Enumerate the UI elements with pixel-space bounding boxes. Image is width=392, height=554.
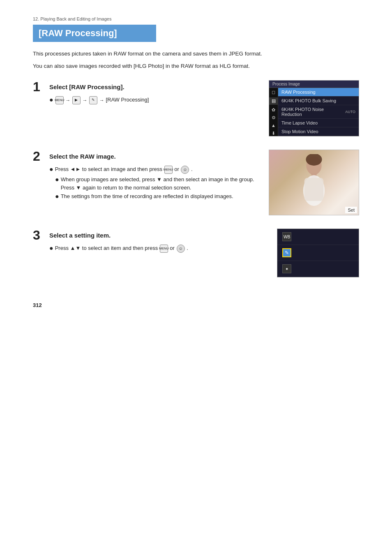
step-2-content: ● Press ◄► to select an image and then p… <box>49 165 256 201</box>
sidebar-icon-1: ◻ <box>272 90 275 95</box>
step-1-section: 1 Select [RAW Processing]. ● MENU → ▶ → … <box>33 80 359 136</box>
menu-item-raw: RAW Processing <box>278 88 359 97</box>
camera-menu-body: ◻ ▤ ✿ ⚙ ▲ ⬇ RAW Processing 6K/4K PHOTO B… <box>269 88 359 136</box>
step-2-photo: Set <box>269 150 359 215</box>
camera-menu-items: RAW Processing 6K/4K PHOTO Bulk Saving 6… <box>278 88 359 136</box>
step-1-bullet-1-text: MENU → ▶ → ✎ → [RAW Processing] <box>55 96 149 104</box>
step-2-header: 2 Select the RAW image. <box>33 150 256 163</box>
exp-icon: ✎ <box>282 248 291 257</box>
person-silhouette-svg <box>297 154 330 212</box>
step-1-camera-menu: Process Image ◻ ▤ ✿ ⚙ ▲ ⬇ RAW Processing… <box>269 80 359 136</box>
camera-menu-widget: Process Image ◻ ▤ ✿ ⚙ ▲ ⬇ RAW Processing… <box>269 80 359 136</box>
step-3-number: 3 <box>33 229 44 242</box>
wb-icon-label: WB <box>284 235 290 239</box>
sidebar-icon-6: ⬇ <box>272 131 275 136</box>
step-2-bullet-3-text: The settings from the time of recording … <box>61 192 233 201</box>
step-1-number: 1 <box>33 80 44 93</box>
photo-thumbnail: Set <box>269 150 359 215</box>
menu-item-stopmotion-label: Stop Motion Video <box>281 129 318 134</box>
step-3-header: 3 Select a setting item. <box>33 229 265 242</box>
page-title: [RAW Processing] <box>39 28 150 39</box>
wb-icon: WB <box>282 232 291 241</box>
intro-line2: You can also save images recorded with [… <box>33 62 359 71</box>
page-title-box: [RAW Processing] <box>33 25 156 42</box>
menu-item-timelapse: Time Lapse Video <box>278 119 359 127</box>
page-number: 312 <box>33 302 359 308</box>
svg-rect-4 <box>304 178 324 201</box>
play-bracket-icon: ▶ <box>72 96 81 104</box>
step-2-bullet-2: ● When group images are selected, press … <box>55 175 256 192</box>
arrow-1: → <box>65 97 70 104</box>
step-3-settings: WB ✎ ✦ <box>277 229 359 277</box>
settings-nr: ✦ <box>277 261 359 277</box>
arrow-3: → <box>99 97 104 104</box>
auto-badge: AUTO <box>345 110 355 114</box>
step-1-title: Select [RAW Processing]. <box>49 80 125 90</box>
step-2-section: 2 Select the RAW image. ● Press ◄► to se… <box>33 150 359 215</box>
menu-item-raw-label: RAW Processing <box>281 90 316 95</box>
menu-item-bulk-label: 6K/4K PHOTO Bulk Saving <box>281 98 336 103</box>
menu-item-bulk: 6K/4K PHOTO Bulk Saving <box>278 97 359 105</box>
sidebar-icon-2: ▤ <box>269 97 278 104</box>
menu-icon: MENU <box>55 96 64 104</box>
step-2-left: 2 Select the RAW image. ● Press ◄► to se… <box>33 150 256 201</box>
step-3-left: 3 Select a setting item. ● Press ▲▼ to s… <box>33 229 265 254</box>
sidebar-icon-3: ✿ <box>272 107 275 113</box>
touch-btn-icon-1: ☺ <box>181 166 189 174</box>
settings-wb: WB <box>277 229 359 245</box>
step-1-bullet-1: ● MENU → ▶ → ✎ → [RAW Processing] <box>49 96 256 104</box>
step-3-section: 3 Select a setting item. ● Press ▲▼ to s… <box>33 229 359 277</box>
step-1-left: 1 Select [RAW Processing]. ● MENU → ▶ → … <box>33 80 256 106</box>
nr-icon: ✦ <box>282 264 291 273</box>
menu-btn-icon-2: MENU <box>160 245 168 253</box>
menu-item-stopmotion: Stop Motion Video <box>278 127 359 136</box>
camera-menu-title: Process Image <box>269 81 359 88</box>
exp-icon-label: ✎ <box>285 250 289 256</box>
breadcrumb: 12. Playing Back and Editing of Images <box>33 16 359 21</box>
step-1-header: 1 Select [RAW Processing]. <box>33 80 256 93</box>
menu-btn-icon-1: MENU <box>164 166 173 174</box>
arrow-2: → <box>83 97 88 104</box>
sidebar-icon-5: ▲ <box>271 123 276 128</box>
step-2-title: Select the RAW image. <box>49 150 116 160</box>
menu-item-noise-label: 6K/4K PHOTO Noise Reduction <box>281 107 345 117</box>
step-2-bullet-1: ● Press ◄► to select an image and then p… <box>49 165 256 174</box>
step-3-title: Select a setting item. <box>49 229 111 239</box>
step-2-number: 2 <box>33 150 44 163</box>
menu-item-timelapse-label: Time Lapse Video <box>281 120 318 125</box>
nr-icon-label: ✦ <box>285 267 288 271</box>
step-3-bullet-1: ● Press ▲▼ to select an item and then pr… <box>49 244 265 253</box>
camera-menu-sidebar: ◻ ▤ ✿ ⚙ ▲ ⬇ <box>269 88 278 136</box>
intro-line1: This processes pictures taken in RAW for… <box>33 49 359 58</box>
settings-exp: ✎ <box>277 245 359 261</box>
edit-bracket-icon: ✎ <box>89 96 97 104</box>
settings-panel-widget: WB ✎ ✦ <box>277 229 359 277</box>
step-3-content: ● Press ▲▼ to select an item and then pr… <box>49 244 265 253</box>
step-2-bullet-1-text: Press ◄► to select an image and then pre… <box>55 165 193 174</box>
sidebar-icon-4: ⚙ <box>272 115 276 120</box>
step-1-content: ● MENU → ▶ → ✎ → [RAW Processing] <box>49 96 256 104</box>
set-label: Set <box>345 207 357 213</box>
step-2-bullet-3: ● The settings from the time of recordin… <box>55 192 256 201</box>
menu-item-noise: 6K/4K PHOTO Noise Reduction AUTO <box>278 105 359 119</box>
step-3-bullet-1-text: Press ▲▼ to select an item and then pres… <box>55 244 188 253</box>
step-2-bullet-2-text: When group images are selected, press ▼ … <box>61 175 256 192</box>
touch-btn-icon-2: ☺ <box>177 245 185 253</box>
